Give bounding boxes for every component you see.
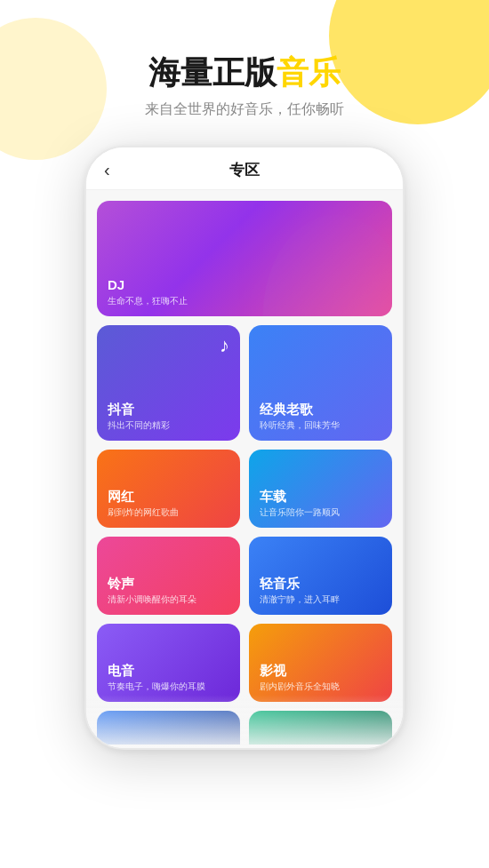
card-guofeng[interactable]: 国风 兰花指拨红尘似水 [249, 711, 392, 745]
card-wanghong-title: 网红 [108, 488, 229, 506]
card-dj[interactable]: DJ 生命不息，狂嗨不止 [97, 201, 392, 316]
card-lingshen-title: 铃声 [108, 575, 229, 593]
card-diyin-subtitle: 节奏电子，嗨爆你的耳膜 [108, 681, 229, 693]
card-dj-subtitle: 生命不息，狂嗨不止 [108, 295, 381, 307]
card-dj-title: DJ [108, 276, 381, 294]
card-lingshen[interactable]: 铃声 清新小调唤醒你的耳朵 [97, 537, 240, 615]
header-section: 海量正版音乐 来自全世界的好音乐，任你畅听 [0, 0, 489, 146]
card-wanghong-subtitle: 刷到炸的网红歌曲 [108, 506, 229, 519]
card-chezai-title: 车载 [260, 488, 381, 506]
card-classic-subtitle: 聆听经典，回味芳华 [260, 419, 381, 432]
card-douyin-title: 抖音 [108, 401, 229, 418]
card-yingshi-subtitle: 剧内剧外音乐全知晓 [260, 681, 381, 693]
cards-grid: DJ 生命不息，狂嗨不止 ♪ 抖音 抖出不同的精彩 经典老歌 聆听经典，回味芳华… [97, 201, 392, 745]
card-classic-title: 经典老歌 [260, 401, 381, 418]
card-yingshi[interactable]: 影视 剧内剧外音乐全知晓 [249, 624, 392, 702]
card-qingyin-title: 轻音乐 [260, 575, 381, 593]
page-main-title: 海量正版音乐 [0, 53, 489, 92]
phone-topbar: ‹ 专区 [86, 147, 403, 190]
card-wanghong[interactable]: 网红 刷到炸的网红歌曲 [97, 450, 240, 528]
back-button[interactable]: ‹ [104, 160, 110, 180]
card-acg[interactable]: ACG 次元的世界，只有我们懂 [97, 711, 240, 745]
card-douyin-subtitle: 抖出不同的精彩 [108, 419, 229, 432]
card-classic[interactable]: 经典老歌 聆听经典，回味芳华 [249, 325, 392, 441]
phone-page-title: 专区 [229, 160, 260, 180]
card-diyin-title: 电音 [108, 662, 229, 680]
tiktok-icon: ♪ [220, 334, 229, 357]
card-diyin[interactable]: 电音 节奏电子，嗨爆你的耳膜 [97, 624, 240, 702]
title-part1: 海量正版 [148, 54, 277, 91]
card-lingshen-subtitle: 清新小调唤醒你的耳朵 [108, 593, 229, 606]
phone-content-area[interactable]: DJ 生命不息，狂嗨不止 ♪ 抖音 抖出不同的精彩 经典老歌 聆听经典，回味芳华… [86, 190, 403, 745]
card-qingyin[interactable]: 轻音乐 清澈宁静，进入耳畔 [249, 537, 392, 615]
title-part2: 音乐 [277, 54, 341, 91]
phone-mockup: ‹ 专区 DJ 生命不息，狂嗨不止 ♪ 抖音 抖出不 [84, 146, 405, 750]
phone-mockup-container: ‹ 专区 DJ 生命不息，狂嗨不止 ♪ 抖音 抖出不 [0, 146, 489, 750]
card-chezai[interactable]: 车载 让音乐陪你一路顺风 [249, 450, 392, 528]
card-qingyin-subtitle: 清澈宁静，进入耳畔 [260, 593, 381, 606]
page-subtitle: 来自全世界的好音乐，任你畅听 [0, 100, 489, 119]
card-chezai-subtitle: 让音乐陪你一路顺风 [260, 506, 381, 519]
card-yingshi-title: 影视 [260, 662, 381, 680]
card-douyin[interactable]: ♪ 抖音 抖出不同的精彩 [97, 325, 240, 441]
